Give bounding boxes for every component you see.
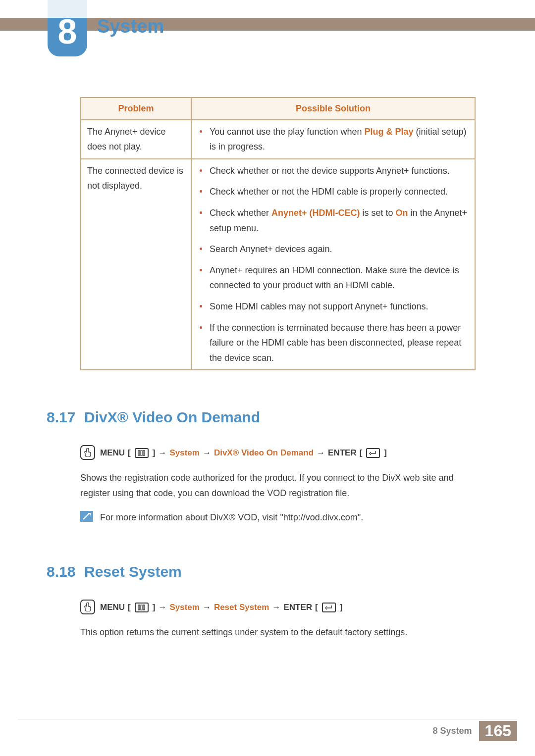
svg-rect-4 bbox=[141, 605, 142, 610]
list-item: Anynet+ requires an HDMI connection. Mak… bbox=[198, 263, 469, 293]
list-item: Check whether or not the HDMI cable is p… bbox=[198, 184, 469, 200]
chapter-badge: 8 bbox=[48, 0, 87, 56]
svg-rect-1 bbox=[141, 451, 142, 455]
solution-cell: You cannot use the play function when Pl… bbox=[191, 120, 475, 159]
list-item: You cannot use the play function when Pl… bbox=[198, 124, 469, 154]
section-body: Shows the registration code authorized f… bbox=[80, 470, 476, 501]
svg-rect-5 bbox=[143, 605, 145, 610]
hand-icon bbox=[80, 445, 95, 460]
section-divx: 8.17DivX® Video On Demand MENU [ ] → Sys… bbox=[80, 409, 476, 525]
svg-rect-0 bbox=[138, 451, 140, 455]
note-icon bbox=[80, 511, 93, 522]
note-row: For more information about DivX® VOD, vi… bbox=[80, 510, 476, 525]
list-item: Check whether Anynet+ (HDMI-CEC) is set … bbox=[198, 205, 469, 236]
table-row: The connected device is not displayed. C… bbox=[81, 159, 475, 370]
problem-cell: The connected device is not displayed. bbox=[81, 159, 191, 370]
section-body: This option returns the current settings… bbox=[80, 625, 476, 640]
th-problem: Problem bbox=[81, 98, 191, 120]
th-solution: Possible Solution bbox=[191, 98, 475, 120]
list-item: If the connection is terminated because … bbox=[198, 320, 469, 366]
footer-divider bbox=[18, 719, 517, 719]
footer: 8 System 165 bbox=[433, 721, 517, 741]
solution-cell: Check whether or not the device supports… bbox=[191, 159, 475, 370]
page-number: 165 bbox=[479, 721, 517, 741]
enter-icon bbox=[366, 448, 380, 458]
list-item: Check whether or not the device supports… bbox=[198, 163, 469, 179]
main-content: Problem Possible Solution The Anynet+ de… bbox=[80, 97, 476, 649]
svg-rect-3 bbox=[138, 605, 140, 610]
problem-cell: The Anynet+ device does not play. bbox=[81, 120, 191, 159]
list-item: Some HDMI cables may not support Anynet+… bbox=[198, 299, 469, 314]
menu-path: MENU [ ] → System → Reset System → ENTER… bbox=[80, 600, 476, 615]
chapter-title: System bbox=[97, 16, 164, 37]
chapter-number: 8 bbox=[58, 14, 77, 49]
menu-icon bbox=[135, 603, 149, 612]
svg-rect-2 bbox=[143, 451, 145, 455]
section-heading: 8.18Reset System bbox=[47, 563, 476, 580]
table-row: The Anynet+ device does not play. You ca… bbox=[81, 120, 475, 159]
menu-path: MENU [ ] → System → DivX® Video On Deman… bbox=[80, 446, 476, 460]
list-item: Search Anynet+ devices again. bbox=[198, 242, 469, 257]
note-text: For more information about DivX® VOD, vi… bbox=[100, 510, 363, 525]
troubleshoot-table: Problem Possible Solution The Anynet+ de… bbox=[80, 97, 476, 370]
footer-label: 8 System bbox=[433, 726, 472, 736]
hand-icon bbox=[80, 600, 95, 614]
section-heading: 8.17DivX® Video On Demand bbox=[47, 409, 476, 426]
enter-icon bbox=[322, 603, 336, 612]
section-reset: 8.18Reset System MENU [ ] → System → Res… bbox=[80, 563, 476, 640]
menu-icon bbox=[135, 448, 149, 458]
